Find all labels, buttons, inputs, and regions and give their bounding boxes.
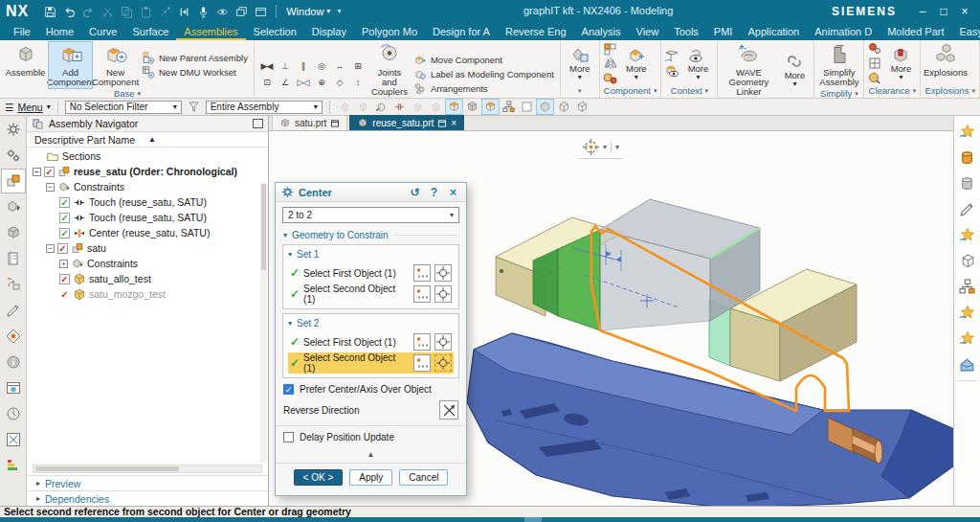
set2-first-object-row[interactable]: ✓ Select First Object (1) [288,331,454,352]
microphone-icon[interactable] [194,4,212,20]
clearance-more-button[interactable]: More ▾ [884,42,917,84]
detach-window-icon[interactable] [437,119,447,127]
ribbon-tab-animation-d[interactable]: Animation D [807,23,880,40]
selection-scope-dropdown[interactable]: Entire Assembly ▾ [206,101,323,114]
geometry-section-header[interactable]: ▾ Geometry to Constrain [283,230,458,240]
window-icon[interactable] [252,4,270,20]
reuse-library-icon[interactable] [2,273,25,296]
tree-item-satu-allo-test[interactable]: ✓satu_allo_test [27,271,268,286]
suppress-component-icon[interactable] [603,71,618,84]
label-as-modeling-component-button[interactable]: Label as Modeling Component [413,68,554,80]
clearance-check-icon[interactable] [867,71,882,84]
perpendicular-constraint-icon[interactable]: ⊥ [276,57,294,74]
shaded-icon[interactable] [464,100,480,114]
set1-header[interactable]: ▾ Set 1 [288,249,454,260]
sphere-icon[interactable] [537,100,553,114]
ghost-cube-icon[interactable] [410,100,426,114]
constraint-navigator-icon[interactable] [2,195,25,218]
view-orientation-widget[interactable]: ▾ ▾ [579,139,623,159]
reverse-direction-button[interactable] [439,400,458,420]
customize-qat-icon[interactable]: ▾ [337,8,341,15]
dialog-title-bar[interactable]: Center ↺ ? × [276,183,466,202]
context-more-button[interactable]: More ▾ [681,42,714,84]
tree-item-constraints[interactable]: +Constraints [27,256,268,271]
explosions-button[interactable]: Explosions [924,42,967,84]
window-menu-button[interactable]: Window ▾ [282,6,334,17]
edit-in-window-icon[interactable] [664,50,679,63]
snap-icon[interactable] [391,100,408,114]
visibility-checkbox[interactable]: ✓ [59,213,70,223]
visibility-checkbox[interactable]: ✓ [59,274,70,284]
ribbon-tab-analysis[interactable]: Analysis [574,23,629,40]
point-dialog-button[interactable] [413,264,431,282]
ribbon-tab-selection[interactable]: Selection [246,23,304,40]
ribbon-tab-surface[interactable]: Surface [124,23,176,40]
show-component-eye-icon[interactable] [664,64,679,78]
rotate-object-icon[interactable] [355,100,371,114]
detach-window-icon[interactable] [330,119,340,127]
group-label-context[interactable]: Context▾ [661,84,717,98]
hd3d-tools-icon[interactable] [2,299,25,322]
chevron-down-icon[interactable]: ▾ [615,144,619,151]
wave-geometry-linker-button[interactable]: WAVE Geometry Linker [721,42,776,98]
chevron-down-icon[interactable]: ▾ [603,144,607,151]
delay-position-update-checkbox[interactable] [283,432,294,443]
interpart-more-button[interactable]: More ▾ [778,42,811,98]
position-more-button[interactable]: More ▾ [564,42,596,84]
visibility-checkbox[interactable]: ✓ [44,167,55,177]
tree-horizontal-scrollbar[interactable] [33,465,262,473]
favorite-star3-icon[interactable] [958,303,977,322]
wireframe-cube-icon[interactable] [958,251,977,270]
panel-pin-icon[interactable] [253,119,263,128]
touch-align-constraint-icon[interactable]: ▶◀ [257,57,276,74]
visibility-checkbox[interactable]: ✓ [59,197,70,208]
snap-point-button[interactable] [434,285,452,303]
document-tab-reuse-satu-prt[interactable]: reuse_satu.prt× [349,115,464,130]
drag-icon[interactable] [373,100,390,114]
group-label-more[interactable]: ▾ [561,84,599,98]
favorite-star4-icon[interactable] [958,329,977,348]
close-tab-icon[interactable]: × [451,119,457,128]
parallel-constraint-icon[interactable]: ∥ [294,57,312,74]
move-object-icon[interactable] [337,100,353,114]
ribbon-tab-file[interactable]: File [6,23,38,40]
utilities-icon[interactable] [2,428,25,451]
expand-icon[interactable]: + [59,260,68,268]
part-gray-icon[interactable] [958,173,977,193]
visibility-checkbox[interactable]: ✓ [59,228,70,238]
roles-gears-icon[interactable] [2,144,25,167]
arrangements-button[interactable]: Arrangements [413,82,554,95]
delay-position-update-row[interactable]: Delay Position Update [283,432,458,443]
gear-icon[interactable] [2,118,25,141]
shaded-with-edges-icon[interactable] [446,100,462,114]
tree-column-header[interactable]: Descriptive Part Name ▲ [27,132,268,148]
center-axes-constraint-icon[interactable]: ⊕ [312,74,330,90]
dependencies-section[interactable]: ▸ Dependencies [27,490,268,506]
new-dmu-workset-button[interactable]: New DMU Workset [142,66,248,79]
add-component-button[interactable]: Add Component [49,42,92,88]
info-icon[interactable] [2,351,25,374]
dialog-help-icon[interactable]: ? [427,186,441,199]
close-button[interactable]: × [955,3,974,20]
align-lock-constraint-icon[interactable]: ▷◁ [294,74,312,90]
point-dialog-button[interactable] [413,354,431,372]
orientation-crosshair-icon[interactable] [583,139,599,155]
prefer-center-axis-checkbox[interactable]: ✓ [283,384,294,395]
ribbon-tab-tools[interactable]: Tools [666,23,706,40]
component-more-button[interactable]: More ▾ [620,42,653,84]
prefer-center-axis-row[interactable]: ✓ Prefer Center/Axis Over Object [283,384,458,395]
set1-first-object-row[interactable]: ✓ Select First Object (1) [288,262,454,284]
assembly-navigator-icon[interactable] [2,170,25,193]
joints-and-couplers-button[interactable]: Joints and Couplers ▾ [370,42,409,105]
move-component-button[interactable]: Move Component [413,54,554,66]
dialog-reset-icon[interactable]: ↺ [408,186,422,199]
fix-constraint-icon[interactable]: ⊡ [257,74,276,90]
undo-icon[interactable] [60,4,78,20]
ribbon-tab-design-for-a[interactable]: Design for A [425,23,498,40]
maximize-button[interactable]: □ [934,3,953,20]
set1-second-object-row[interactable]: ✓ Select Second Object (1) [288,284,454,305]
snap-point-button-active[interactable] [434,354,452,372]
set2-header[interactable]: ▾ Set 2 [288,318,454,329]
ghost-cube2-icon[interactable] [428,100,444,114]
simplify-assembly-button[interactable]: Simplify Assembly [817,42,860,88]
